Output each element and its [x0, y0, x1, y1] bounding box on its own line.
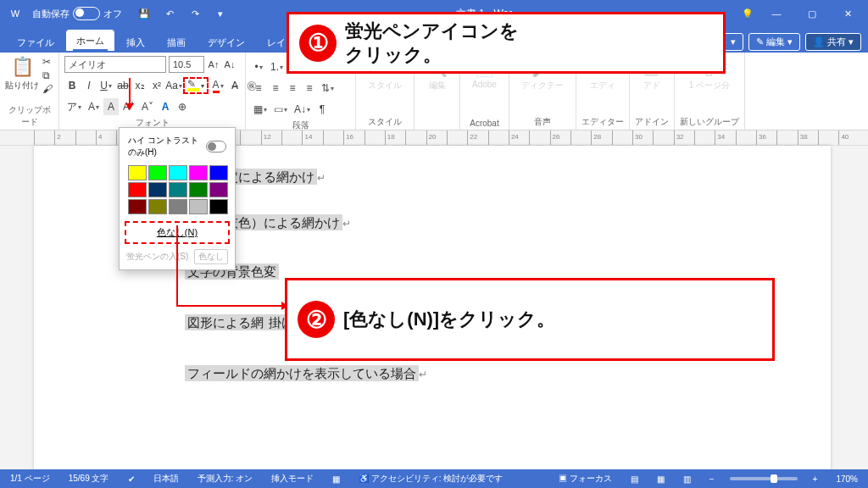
color-swatch[interactable] [169, 182, 187, 197]
high-contrast-toggle[interactable] [206, 141, 226, 152]
color-swatch[interactable] [209, 182, 228, 197]
zoom-level[interactable]: 170% [832, 474, 861, 484]
color-swatch[interactable] [169, 199, 187, 214]
font-size-combo[interactable]: 10.5 [169, 56, 204, 73]
quick-access-toolbar: 💾 ↶ ↷ ▾ [132, 2, 232, 25]
color-swatch[interactable] [209, 165, 228, 180]
change-case-button[interactable]: Aa [166, 77, 181, 94]
insert-mode-status[interactable]: 挿入モード [268, 473, 317, 485]
copy-icon[interactable]: ⧉ [42, 69, 53, 81]
minimize-button[interactable]: — [760, 2, 793, 25]
paste-button[interactable]: 📋 貼り付け [5, 56, 39, 92]
color-swatch[interactable] [169, 165, 187, 180]
color-swatch[interactable] [148, 165, 167, 180]
color-swatch[interactable] [189, 182, 208, 197]
autosave-state: オフ [103, 8, 122, 20]
paragraph-label: 段落 [251, 118, 350, 131]
clear-format-button[interactable]: A̶ [227, 77, 242, 94]
cut-icon[interactable]: ✂ [42, 56, 53, 68]
text-line-5[interactable]: フィールドの網かけを表示している場合 [185, 365, 419, 381]
color-swatch[interactable] [128, 165, 147, 180]
spellcheck-icon[interactable]: ✔ [125, 474, 138, 484]
numbering-button[interactable]: 1. [268, 58, 286, 75]
predict-input-status[interactable]: 予測入力: オン [194, 473, 257, 485]
font-color-button[interactable]: A [210, 77, 225, 94]
page-count[interactable]: 1/1 ページ [7, 473, 53, 485]
color-swatch[interactable] [128, 182, 147, 197]
print-layout-icon[interactable]: ▦ [654, 474, 668, 484]
grow-font-icon[interactable]: A↑ [207, 57, 220, 72]
tab-home[interactable]: ホーム [66, 30, 114, 53]
phonetic-guide-button[interactable]: ア [64, 98, 84, 115]
highlighter-footer-button[interactable]: 色なし [194, 249, 228, 264]
bullets-button[interactable]: • [251, 58, 266, 75]
show-marks-button[interactable]: ¶ [314, 101, 330, 118]
char-border-button[interactable]: A [86, 98, 102, 115]
annotation-text-1: 蛍光ペンアイコンを クリック。 [345, 19, 519, 66]
font-name-combo[interactable]: メイリオ [64, 56, 166, 73]
align-left-button[interactable]: ≡ [251, 80, 266, 97]
undo-icon[interactable]: ↶ [158, 2, 181, 25]
close-button[interactable]: ✕ [831, 2, 865, 25]
autosave-toggle[interactable]: 自動保存 オフ [27, 7, 127, 20]
clipboard-label: クリップボード [5, 103, 53, 128]
accessibility-status[interactable]: ♿ アクセシビリティ: 検討が必要です [355, 473, 506, 485]
shrink-font-icon[interactable]: A↓ [223, 57, 236, 72]
display-settings-icon[interactable]: ▦ [329, 474, 343, 484]
sort-button[interactable]: A↓ [292, 101, 313, 118]
color-swatch[interactable] [209, 199, 228, 214]
justify-button[interactable]: ≡ [302, 80, 317, 97]
qat-more-icon[interactable]: ▾ [209, 2, 232, 25]
color-swatch[interactable] [128, 199, 147, 214]
zoom-in-button[interactable]: + [810, 474, 821, 484]
paragraph-mark-icon: ↵ [317, 172, 326, 184]
language-status[interactable]: 日本語 [150, 473, 182, 485]
redo-icon[interactable]: ↷ [183, 2, 207, 25]
color-swatch[interactable] [189, 199, 208, 214]
subscript-button[interactable]: x₂ [132, 77, 147, 94]
align-center-button[interactable]: ≡ [268, 80, 283, 97]
tab-file[interactable]: ファイル [7, 31, 64, 53]
italic-button[interactable]: I [81, 77, 97, 94]
circled-char-button[interactable]: ⊕ [175, 98, 190, 115]
annotation-text-2: [色なし(N)]をクリック。 [343, 308, 555, 331]
color-swatch[interactable] [148, 182, 167, 197]
shading-button[interactable]: ▦ [251, 101, 270, 118]
save-icon[interactable]: 💾 [132, 2, 156, 25]
format-painter-icon[interactable]: 🖌 [42, 83, 53, 95]
text-effects-button[interactable]: A [158, 98, 173, 115]
borders-button[interactable]: ▭ [271, 101, 290, 118]
tab-insert[interactable]: 挿入 [116, 31, 155, 53]
lightbulb-icon[interactable]: 💡 [736, 2, 760, 25]
focus-mode-button[interactable]: ▣ フォーカス [555, 473, 615, 485]
word-count[interactable]: 15/69 文字 [65, 473, 113, 485]
web-layout-icon[interactable]: ▥ [680, 474, 694, 484]
tab-draw[interactable]: 描画 [157, 31, 196, 53]
bold-button[interactable]: B [64, 77, 80, 94]
underline-button[interactable]: U [98, 77, 114, 94]
align-right-button[interactable]: ≡ [285, 80, 300, 97]
superscript-button[interactable]: x² [149, 77, 164, 94]
word-app-icon[interactable]: W [3, 2, 27, 25]
zoom-slider[interactable] [730, 477, 798, 480]
share-button[interactable]: 👤共有▾ [805, 33, 861, 51]
status-bar: 1/1 ページ 15/69 文字 ✔ 日本語 予測入力: オン 挿入モード ▦ … [0, 469, 868, 488]
highlighter-icon [187, 80, 199, 92]
read-mode-icon[interactable]: ▤ [627, 474, 642, 484]
maximize-button[interactable]: ▢ [795, 2, 829, 25]
editing-mode-button[interactable]: ✎編集▾ [748, 33, 800, 51]
text-highlight-button[interactable]: ▾ [183, 77, 209, 94]
zoom-out-button[interactable]: − [706, 474, 718, 484]
color-swatch[interactable] [189, 165, 208, 180]
text-line-4a[interactable]: 図形による網 [185, 314, 266, 330]
tab-design[interactable]: デザイン [198, 31, 255, 53]
font-shrink-button[interactable]: A˅ [139, 98, 156, 115]
line-spacing-button[interactable]: ⇅ [319, 80, 337, 97]
char-shading-button[interactable]: A [103, 98, 119, 115]
high-contrast-label: ハイ コントラストのみ(H) [128, 135, 206, 158]
toggle-off-icon[interactable] [73, 7, 100, 20]
color-swatch[interactable] [148, 199, 167, 214]
annotation-number-2: ② [298, 301, 335, 338]
color-swatches [125, 164, 230, 216]
autosave-label: 自動保存 [32, 8, 70, 20]
